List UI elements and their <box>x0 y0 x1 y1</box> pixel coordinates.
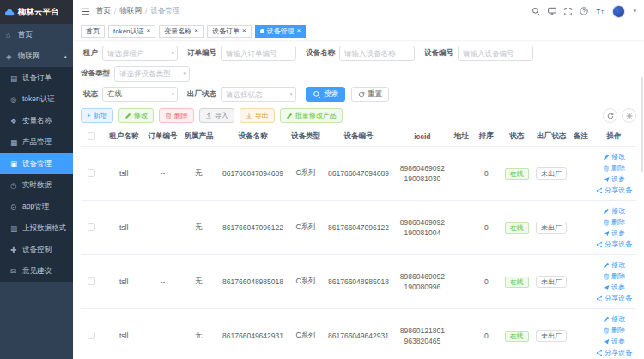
add-button[interactable]: +新增 <box>81 108 113 123</box>
sidebar-spacer <box>0 282 73 359</box>
menu-collapse-icon[interactable] <box>81 7 90 16</box>
sidebar-item-token-auth[interactable]: ◎token认证 <box>0 88 73 110</box>
tab-设备管理[interactable]: 设备管理× <box>255 25 307 38</box>
tab-首页[interactable]: 首页 <box>81 25 105 38</box>
tab-设备订单[interactable]: 设备订单× <box>207 25 252 38</box>
cell-type: C系列 <box>289 255 323 309</box>
export-button[interactable]: 导出 <box>240 108 275 123</box>
filter-label: 设备编号 <box>424 48 453 58</box>
row-action-edit[interactable]: 修改 <box>603 314 625 324</box>
select-all-checkbox[interactable] <box>88 132 95 140</box>
factory-status-value[interactable] <box>221 87 296 102</box>
device-code-value[interactable] <box>458 46 533 61</box>
sidebar-item-device-control[interactable]: ✚设备控制 <box>0 239 73 260</box>
tenant-value[interactable] <box>102 46 178 61</box>
device-name-input[interactable] <box>339 46 415 61</box>
sidebar-item-product-mgmt[interactable]: ▦产品管理 <box>0 131 73 153</box>
row-checkbox[interactable] <box>88 169 95 177</box>
avatar[interactable] <box>612 5 625 18</box>
cell-status: 在线 <box>500 255 533 309</box>
sidebar-item-home[interactable]: ⌂首页 <box>0 24 73 46</box>
sidebar-item-device-order[interactable]: ▤设备订单 <box>0 67 73 88</box>
row-action-delete[interactable]: 删除 <box>603 271 625 281</box>
reset-button[interactable]: 重置 <box>351 87 389 102</box>
cell-tenant: tsll <box>103 201 145 255</box>
close-icon[interactable]: × <box>147 27 151 34</box>
row-action-share-device[interactable]: 分享设备 <box>596 294 632 303</box>
refresh-button[interactable] <box>603 108 617 123</box>
cell-status: 在线 <box>500 147 533 201</box>
edit-button[interactable]: 修改 <box>118 108 154 123</box>
close-icon[interactable]: × <box>297 27 301 34</box>
row-action-delete[interactable]: 删除 <box>603 163 625 173</box>
scrollbar[interactable] <box>641 77 643 172</box>
device-name-value[interactable] <box>339 46 415 61</box>
row-action-set-params[interactable]: 设参 <box>603 337 625 346</box>
row-checkbox[interactable] <box>88 223 95 231</box>
row-action-share-device[interactable]: 分享设备 <box>596 186 632 195</box>
row-action-set-params[interactable]: 设参 <box>603 174 625 184</box>
status-value[interactable] <box>102 87 178 102</box>
row-action-share-device[interactable]: 分享设备 <box>596 240 632 249</box>
row-action-edit[interactable]: 修改 <box>603 260 625 270</box>
row-action-set-params[interactable]: 设参 <box>603 283 625 292</box>
factory-status-select[interactable]: ▾ <box>221 87 296 102</box>
search-button[interactable]: 搜索 <box>306 87 345 102</box>
row-action-delete[interactable]: 删除 <box>603 326 625 335</box>
breadcrumb-item[interactable]: 物联网 <box>119 6 142 16</box>
close-icon[interactable]: × <box>242 27 246 34</box>
sidebar-item-app-mgmt[interactable]: ⊙app管理 <box>0 196 73 217</box>
row-checkbox[interactable] <box>88 277 95 285</box>
cell-sort: 0 <box>472 147 500 201</box>
row-action-share-device[interactable]: 分享设备 <box>596 348 632 357</box>
fullscreen-button[interactable] <box>564 8 572 15</box>
font-size-button[interactable]: TT <box>596 7 605 15</box>
column-header: 操作 <box>592 127 636 147</box>
device-type-value[interactable] <box>114 66 190 82</box>
column-header: 设备编号 <box>322 127 394 147</box>
cell-name: 861766047096122 <box>216 201 289 255</box>
row-action-delete[interactable]: 删除 <box>603 217 625 227</box>
tab-变量名称[interactable]: 变量名称× <box>159 25 204 38</box>
cell-name: 861766047094689 <box>216 147 289 201</box>
sidebar-item-iot[interactable]: ◈物联网▴ <box>0 46 73 67</box>
cell-select <box>81 201 103 255</box>
factory-status-badge: 未出厂 <box>536 167 567 180</box>
monitor-button[interactable] <box>548 7 556 15</box>
delete-button[interactable]: 删除 <box>159 108 194 123</box>
sidebar-item-variable-name[interactable]: ❖变量名称 <box>0 110 73 131</box>
close-icon[interactable]: × <box>194 27 198 34</box>
sidebar-item-feedback[interactable]: ✉意见建议 <box>0 260 73 282</box>
sidebar-item-report-format[interactable]: ▥上报数据格式 <box>0 217 73 239</box>
order-no-value[interactable] <box>221 46 296 61</box>
row-checkbox[interactable] <box>88 332 95 339</box>
row-action-set-params[interactable]: 设参 <box>603 228 625 238</box>
sidebar-item-label: 物联网 <box>18 52 40 62</box>
user-caret-down-icon[interactable]: ▾ <box>633 8 636 15</box>
order-no-input[interactable] <box>221 46 296 61</box>
row-action-edit[interactable]: 修改 <box>603 206 625 216</box>
tab-token认证[interactable]: token认证× <box>108 25 155 38</box>
row-action-edit[interactable]: 修改 <box>603 152 625 161</box>
tenant-select[interactable]: ▾ <box>102 46 178 61</box>
device-type-select[interactable]: ▾ <box>114 66 190 82</box>
status-select[interactable]: ▾ <box>102 87 178 102</box>
sidebar-item-label: 设备订单 <box>22 73 52 83</box>
breadcrumb-item[interactable]: 首页 <box>96 6 111 16</box>
action-label: 设参 <box>611 228 625 238</box>
factory-status-badge: 未出厂 <box>536 276 567 288</box>
app-root: 柳林云平台 ⌂首页◈物联网▴▤设备订单◎token认证❖变量名称▦产品管理▣设备… <box>0 0 644 359</box>
search-button[interactable] <box>532 7 540 15</box>
sidebar-item-realtime-data[interactable]: ◷实时数据 <box>0 174 73 196</box>
sidebar-item-label: app管理 <box>22 202 49 212</box>
button-label: 导入 <box>215 111 228 120</box>
share-icon <box>596 350 603 356</box>
column-settings-button[interactable] <box>622 108 636 123</box>
question-button[interactable]: ? <box>580 7 588 15</box>
brand: 柳林云平台 <box>0 0 73 24</box>
button-label: 修改 <box>134 111 148 120</box>
sidebar-item-device-mgmt[interactable]: ▣设备管理 <box>0 153 73 174</box>
device-code-input[interactable] <box>458 46 533 61</box>
import-button[interactable]: 导入 <box>199 108 234 123</box>
batch-edit-product-button[interactable]: 批量修改产品 <box>280 108 343 123</box>
